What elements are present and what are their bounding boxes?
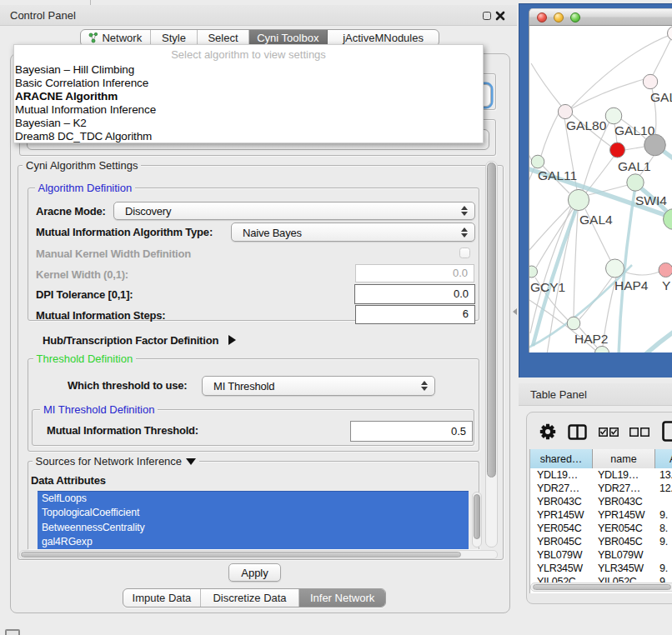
network-node-hap4[interactable] [606, 259, 624, 278]
network-edge[interactable] [531, 63, 561, 106]
network-window-titlebar[interactable] [529, 8, 672, 26]
table-row[interactable]: YDL19…YDL19…13. [530, 468, 672, 482]
network-node-label: HAP2 [574, 332, 609, 346]
network-node-gcy1[interactable] [529, 266, 538, 278]
data-attributes-list[interactable]: SelfLoopsTopologicalCoefficientBetweenne… [38, 491, 469, 549]
network-edge[interactable] [574, 211, 578, 318]
network-node[interactable] [644, 134, 666, 156]
network-node[interactable] [668, 27, 672, 41]
list-vertical-scrollbar[interactable] [472, 492, 482, 548]
algorithm-definition-title: Algorithm Definition [35, 182, 136, 194]
network-edge[interactable] [624, 272, 659, 275]
collapse-arrow-icon[interactable] [186, 458, 196, 465]
network-node-hap2[interactable] [567, 317, 580, 330]
column-header-shared…[interactable]: shared… [530, 449, 593, 468]
network-node-gal80[interactable] [558, 104, 572, 118]
column-header-A[interactable]: A [655, 449, 672, 468]
mi-threshold-field[interactable]: 0.5 [350, 421, 473, 442]
attribute-list-item[interactable]: TopologicalCoefficient [38, 506, 469, 520]
tab-label: Impute Data [133, 592, 192, 604]
network-edge[interactable] [541, 113, 559, 156]
algorithm-popup-prompt: Select algorithm to view settings [14, 45, 483, 63]
network-node-gal11[interactable] [531, 155, 544, 168]
table-cell: YER054C [537, 522, 582, 535]
split-divider-arrow-icon[interactable] [513, 308, 517, 315]
close-traffic-light-icon[interactable] [537, 12, 547, 22]
stepper-arrows-icon [461, 228, 468, 238]
kernel-width-label: Kernel Width (0,1): [36, 268, 128, 281]
mi-type-combobox[interactable]: Naive Bayes [231, 222, 475, 242]
collapsed-panel-icon[interactable] [5, 629, 20, 635]
manual-kernel-label: Manual Kernel Width Definition [36, 248, 191, 260]
expand-arrow-icon[interactable] [228, 335, 236, 345]
network-node-gal4[interactable] [568, 189, 589, 210]
table-row[interactable]: YLR345WYLR345W9. [530, 562, 672, 575]
dpi-tolerance-field[interactable]: 0.0 [354, 284, 475, 304]
table-cell: YLR345W [537, 562, 583, 575]
attribute-list-item[interactable]: gal4RGexp [38, 535, 469, 549]
network-node-gal1[interactable] [610, 142, 625, 158]
algorithm-option[interactable]: Dream8 DC_TDC Algorithm [14, 130, 483, 143]
apply-button[interactable]: Apply [228, 563, 281, 582]
float-window-icon[interactable] [483, 12, 491, 20]
mi-steps-field[interactable]: 6 [355, 305, 475, 324]
attribute-list-item[interactable]: SelfLoops [38, 492, 469, 506]
node-table[interactable]: shared…nameAYDL19…YDL19…13.YDR27…YDR27…1… [529, 449, 672, 593]
which-threshold-combobox[interactable]: MI Threshold [202, 376, 435, 396]
table-row[interactable]: YBR045CYBR045C9. [530, 535, 672, 548]
settings-vertical-scrollbar[interactable] [485, 161, 498, 548]
tab-label: Network [102, 32, 142, 44]
close-icon[interactable] [495, 11, 505, 21]
tab-discretize-data[interactable]: Discretize Data [201, 589, 299, 607]
tab-infer-network[interactable]: Infer Network [299, 589, 385, 607]
column-header-name[interactable]: name [593, 449, 655, 468]
network-edge[interactable] [643, 330, 672, 352]
network-edge[interactable] [572, 79, 644, 108]
select-all-checks-icon[interactable] [599, 428, 619, 437]
zoom-traffic-light-icon[interactable] [570, 12, 580, 22]
kernel-width-field[interactable]: 0.0 [355, 264, 474, 282]
table-row[interactable]: YBR043CYBR043C [530, 495, 672, 508]
network-edge[interactable] [624, 147, 644, 150]
network-node-label: GAL80 [566, 118, 607, 132]
network-node-gal2[interactable] [643, 74, 657, 88]
sources-group-title: Sources for Network Inference [33, 455, 200, 468]
table-row[interactable]: YER054CYER054C8. [530, 522, 672, 535]
table-cell: 13. [659, 468, 672, 482]
table-cell: YDR27… [598, 482, 640, 495]
table-horizontal-scrollbar[interactable] [530, 582, 672, 592]
network-node-swi4[interactable] [627, 174, 644, 191]
algorithm-option[interactable]: Bayesian – K2 [14, 117, 483, 130]
tab-impute-data[interactable]: Impute Data [123, 589, 201, 607]
network-node-gal10[interactable] [605, 108, 622, 124]
control-panel-title: Control Panel [10, 9, 76, 22]
algorithm-option[interactable]: Basic Correlation Inference [14, 77, 483, 90]
gear-icon[interactable] [539, 423, 556, 440]
document-icon[interactable] [662, 421, 672, 442]
deselect-all-checks-icon[interactable] [629, 428, 649, 437]
which-threshold-value: MI Threshold [213, 380, 274, 392]
algorithm-option[interactable]: Mutual Information Inference [14, 103, 483, 117]
table-row[interactable]: YPR145WYPR145W9. [530, 508, 672, 522]
mi-steps-label: Mutual Information Steps: [36, 309, 165, 322]
manual-kernel-checkbox[interactable] [459, 248, 470, 258]
algorithm-option[interactable]: ARACNE Algorithm [14, 90, 483, 103]
table-row[interactable]: YDR27…YDR27…12. [530, 482, 672, 495]
network-node-label: GAL2 [650, 90, 672, 104]
algorithm-option[interactable]: Bayesian – Hill Climbing [14, 63, 483, 77]
application-window: Control Panel NetworkStyleSelectCyni Too… [0, 0, 672, 635]
attribute-list-item[interactable]: BetweennessCentrality [38, 521, 469, 535]
network-node-label: SWI4 [635, 193, 667, 208]
network-node-y[interactable] [659, 263, 672, 278]
bottom-tabbar: Impute DataDiscretize DataInfer Network [123, 588, 386, 608]
split-columns-icon[interactable] [568, 424, 587, 440]
table-cell: YLR345W [598, 562, 644, 575]
aracne-mode-combobox[interactable]: Discovery [113, 202, 475, 220]
table-row[interactable]: YBL079WYBL079W [530, 548, 672, 562]
settings-horizontal-scrollbar[interactable] [19, 550, 498, 559]
tab-label: Style [162, 32, 186, 44]
table-cell: YBR043C [537, 495, 582, 508]
minimize-traffic-light-icon[interactable] [554, 12, 564, 22]
network-view-canvas[interactable]: GAL2GAL80GAL10GAL1GAL11SWI4GAL4GCY1HAP4Y… [529, 26, 672, 352]
network-edge[interactable] [529, 140, 532, 161]
